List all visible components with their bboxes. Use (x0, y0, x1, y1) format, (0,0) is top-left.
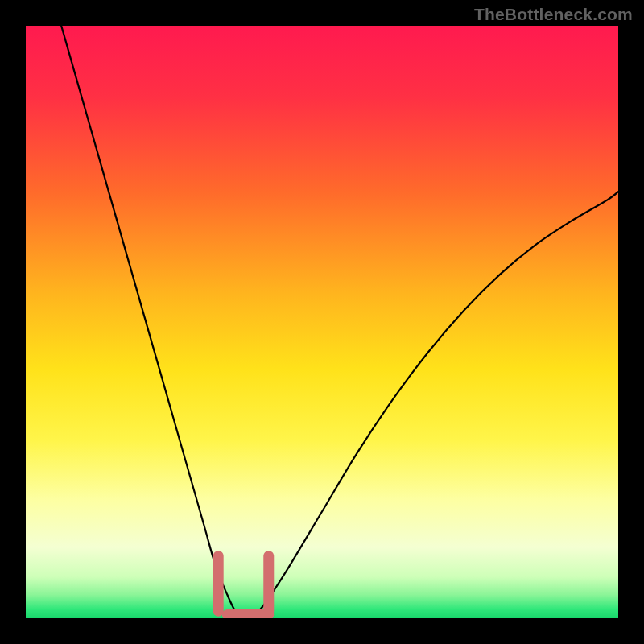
bottleneck-curve (26, 26, 618, 618)
plot-area (26, 26, 618, 618)
chart-frame: TheBottleneck.com (0, 0, 644, 644)
attribution-label: TheBottleneck.com (474, 5, 633, 24)
